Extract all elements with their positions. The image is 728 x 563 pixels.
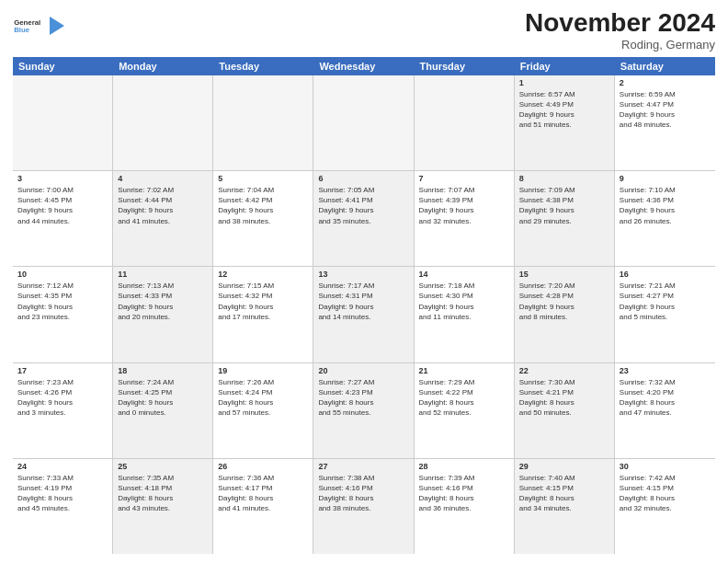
location: Roding, Germany [525, 38, 715, 52]
day-number: 12 [218, 270, 308, 279]
day-number: 21 [419, 366, 509, 375]
day-number: 17 [17, 366, 108, 375]
daylight-hours: Sunrise: 7:17 AM Sunset: 4:31 PM Dayligh… [318, 281, 408, 322]
header-thursday: Thursday [415, 57, 515, 75]
table-row: 2Sunrise: 6:59 AM Sunset: 4:47 PM Daylig… [615, 75, 715, 170]
table-row: 24Sunrise: 7:33 AM Sunset: 4:19 PM Dayli… [13, 459, 113, 554]
table-row: 27Sunrise: 7:38 AM Sunset: 4:16 PM Dayli… [313, 459, 414, 554]
table-row: 6Sunrise: 7:05 AM Sunset: 4:41 PM Daylig… [313, 171, 414, 266]
day-number: 13 [318, 270, 408, 279]
daylight-hours: Sunrise: 7:07 AM Sunset: 4:39 PM Dayligh… [419, 185, 509, 226]
cal-row-2: 10Sunrise: 7:12 AM Sunset: 4:35 PM Dayli… [13, 267, 715, 362]
header-tuesday: Tuesday [213, 57, 313, 75]
header-saturday: Saturday [615, 57, 715, 75]
table-row: 28Sunrise: 7:39 AM Sunset: 4:16 PM Dayli… [415, 459, 515, 554]
table-row: 7Sunrise: 7:07 AM Sunset: 4:39 PM Daylig… [415, 171, 515, 266]
day-number: 18 [118, 366, 208, 375]
svg-text:Blue: Blue [14, 26, 30, 34]
day-number: 29 [519, 462, 609, 471]
logo-arrow [50, 17, 64, 35]
table-row: 8Sunrise: 7:09 AM Sunset: 4:38 PM Daylig… [515, 171, 615, 266]
daylight-hours: Sunrise: 7:27 AM Sunset: 4:23 PM Dayligh… [318, 377, 408, 419]
daylight-hours: Sunrise: 6:57 AM Sunset: 4:49 PM Dayligh… [519, 89, 609, 131]
logo-svg: General Blue [13, 9, 46, 42]
daylight-hours: Sunrise: 7:32 AM Sunset: 4:20 PM Dayligh… [620, 377, 711, 419]
svg-text:General: General [14, 18, 40, 27]
daylight-hours: Sunrise: 7:30 AM Sunset: 4:21 PM Dayligh… [519, 377, 609, 419]
daylight-hours: Sunrise: 7:12 AM Sunset: 4:35 PM Dayligh… [17, 281, 108, 322]
daylight-hours: Sunrise: 7:24 AM Sunset: 4:25 PM Dayligh… [118, 377, 208, 419]
daylight-hours: Sunrise: 7:09 AM Sunset: 4:38 PM Dayligh… [519, 185, 609, 226]
svg-marker-2 [50, 17, 64, 35]
daylight-hours: Sunrise: 7:26 AM Sunset: 4:24 PM Dayligh… [218, 377, 308, 419]
daylight-hours: Sunrise: 7:13 AM Sunset: 4:33 PM Dayligh… [118, 281, 208, 322]
day-number: 6 [318, 174, 408, 183]
cal-row-1: 3Sunrise: 7:00 AM Sunset: 4:45 PM Daylig… [13, 171, 715, 267]
header-sunday: Sunday [13, 57, 113, 75]
table-row: 18Sunrise: 7:24 AM Sunset: 4:25 PM Dayli… [113, 363, 213, 458]
day-number: 15 [519, 270, 609, 279]
day-number: 28 [419, 462, 509, 471]
daylight-hours: Sunrise: 7:35 AM Sunset: 4:18 PM Dayligh… [118, 473, 208, 514]
table-row [13, 75, 113, 170]
table-row: 14Sunrise: 7:18 AM Sunset: 4:30 PM Dayli… [415, 267, 515, 362]
calendar-body: 1Sunrise: 6:57 AM Sunset: 4:49 PM Daylig… [13, 75, 715, 554]
day-number: 10 [17, 270, 108, 279]
daylight-hours: Sunrise: 7:29 AM Sunset: 4:22 PM Dayligh… [419, 377, 509, 419]
day-number: 19 [218, 366, 308, 375]
daylight-hours: Sunrise: 7:40 AM Sunset: 4:15 PM Dayligh… [519, 473, 609, 514]
table-row [415, 75, 515, 170]
day-number: 2 [620, 78, 711, 87]
cal-row-4: 24Sunrise: 7:33 AM Sunset: 4:19 PM Dayli… [13, 459, 715, 554]
header: General Blue November 2024 Roding, Germa… [13, 9, 715, 52]
table-row [113, 75, 213, 170]
calendar-header: Sunday Monday Tuesday Wednesday Thursday… [13, 57, 715, 75]
day-number: 4 [118, 174, 208, 183]
table-row: 9Sunrise: 7:10 AM Sunset: 4:36 PM Daylig… [615, 171, 715, 266]
calendar: Sunday Monday Tuesday Wednesday Thursday… [13, 57, 715, 554]
table-row [213, 75, 313, 170]
month-title: November 2024 [525, 9, 715, 38]
table-row: 17Sunrise: 7:23 AM Sunset: 4:26 PM Dayli… [13, 363, 113, 458]
day-number: 16 [620, 270, 711, 279]
daylight-hours: Sunrise: 7:05 AM Sunset: 4:41 PM Dayligh… [318, 185, 408, 226]
table-row: 11Sunrise: 7:13 AM Sunset: 4:33 PM Dayli… [113, 267, 213, 362]
table-row: 16Sunrise: 7:21 AM Sunset: 4:27 PM Dayli… [615, 267, 715, 362]
table-row: 3Sunrise: 7:00 AM Sunset: 4:45 PM Daylig… [13, 171, 113, 266]
cal-row-3: 17Sunrise: 7:23 AM Sunset: 4:26 PM Dayli… [13, 363, 715, 459]
day-number: 26 [218, 462, 308, 471]
daylight-hours: Sunrise: 7:20 AM Sunset: 4:28 PM Dayligh… [519, 281, 609, 322]
table-row [313, 75, 414, 170]
day-number: 7 [419, 174, 509, 183]
table-row: 12Sunrise: 7:15 AM Sunset: 4:32 PM Dayli… [213, 267, 313, 362]
table-row: 26Sunrise: 7:36 AM Sunset: 4:17 PM Dayli… [213, 459, 313, 554]
daylight-hours: Sunrise: 7:10 AM Sunset: 4:36 PM Dayligh… [620, 185, 711, 226]
day-number: 11 [118, 270, 208, 279]
daylight-hours: Sunrise: 7:39 AM Sunset: 4:16 PM Dayligh… [419, 473, 509, 514]
day-number: 3 [17, 174, 108, 183]
table-row: 30Sunrise: 7:42 AM Sunset: 4:15 PM Dayli… [615, 459, 715, 554]
header-monday: Monday [113, 57, 213, 75]
daylight-hours: Sunrise: 7:23 AM Sunset: 4:26 PM Dayligh… [17, 377, 108, 419]
daylight-hours: Sunrise: 7:04 AM Sunset: 4:42 PM Dayligh… [218, 185, 308, 226]
table-row: 10Sunrise: 7:12 AM Sunset: 4:35 PM Dayli… [13, 267, 113, 362]
table-row: 29Sunrise: 7:40 AM Sunset: 4:15 PM Dayli… [515, 459, 615, 554]
daylight-hours: Sunrise: 6:59 AM Sunset: 4:47 PM Dayligh… [620, 89, 711, 131]
table-row: 25Sunrise: 7:35 AM Sunset: 4:18 PM Dayli… [113, 459, 213, 554]
day-number: 22 [519, 366, 609, 375]
cal-row-0: 1Sunrise: 6:57 AM Sunset: 4:49 PM Daylig… [13, 75, 715, 171]
daylight-hours: Sunrise: 7:21 AM Sunset: 4:27 PM Dayligh… [620, 281, 711, 322]
table-row: 20Sunrise: 7:27 AM Sunset: 4:23 PM Dayli… [313, 363, 414, 458]
day-number: 23 [620, 366, 711, 375]
daylight-hours: Sunrise: 7:18 AM Sunset: 4:30 PM Dayligh… [419, 281, 509, 322]
daylight-hours: Sunrise: 7:36 AM Sunset: 4:17 PM Dayligh… [218, 473, 308, 514]
table-row: 1Sunrise: 6:57 AM Sunset: 4:49 PM Daylig… [515, 75, 615, 170]
day-number: 24 [17, 462, 108, 471]
header-wednesday: Wednesday [313, 57, 414, 75]
daylight-hours: Sunrise: 7:00 AM Sunset: 4:45 PM Dayligh… [17, 185, 108, 226]
table-row: 19Sunrise: 7:26 AM Sunset: 4:24 PM Dayli… [213, 363, 313, 458]
day-number: 20 [318, 366, 408, 375]
table-row: 23Sunrise: 7:32 AM Sunset: 4:20 PM Dayli… [615, 363, 715, 458]
daylight-hours: Sunrise: 7:02 AM Sunset: 4:44 PM Dayligh… [118, 185, 208, 226]
table-row: 13Sunrise: 7:17 AM Sunset: 4:31 PM Dayli… [313, 267, 414, 362]
